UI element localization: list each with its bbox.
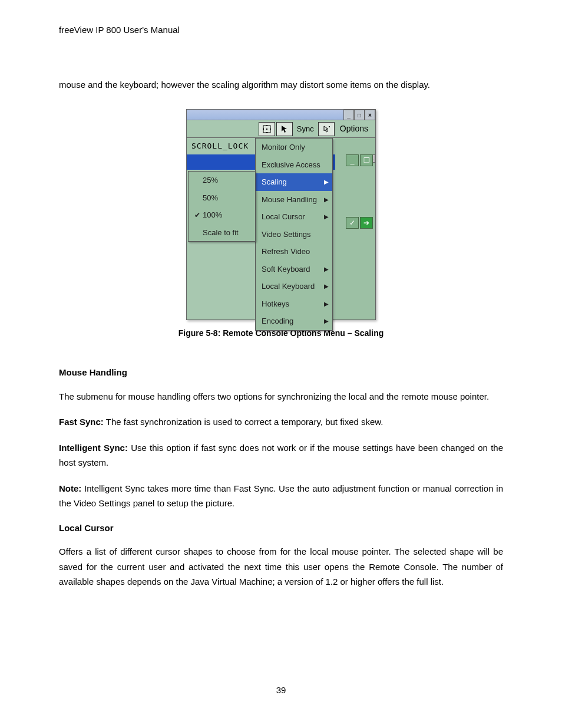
scaling-submenu: 25%50%✔100%Scale to fit [188, 171, 256, 242]
menu-item-label: Soft Keyboard [262, 263, 310, 275]
menu-item[interactable]: Monitor Only [256, 139, 332, 156]
menu-item-label: Local Cursor [262, 211, 305, 223]
options-menu: Monitor OnlyExclusive AccessScaling▶Mous… [255, 138, 333, 331]
menu-item[interactable]: Encoding▶ [256, 312, 332, 330]
page-header: freeView IP 800 User's Manual [59, 24, 503, 37]
page-number: 39 [59, 684, 503, 697]
panel-arrow-icon[interactable]: ➔ [360, 217, 373, 229]
submenu-arrow-icon: ▶ [324, 299, 329, 308]
menu-item[interactable]: Video Settings [256, 226, 332, 243]
menu-item-label: Monitor Only [262, 141, 305, 153]
note-label: Note: [59, 483, 81, 493]
scaling-menu-item[interactable]: ✔100% [189, 206, 255, 224]
options-button[interactable]: Options [335, 123, 373, 135]
menu-item[interactable]: Hotkeys▶ [256, 295, 332, 313]
menu-item[interactable]: Refresh Video [256, 243, 332, 261]
toolbar: Sync Options [187, 120, 375, 138]
panel-check-icon[interactable]: ✓ [346, 217, 359, 229]
scaling-item-label: 25% [203, 174, 218, 186]
minimize-button[interactable]: _ [343, 110, 354, 120]
menu-item[interactable]: Mouse Handling▶ [256, 191, 332, 209]
window-titlebar[interactable]: _ □ × [187, 110, 375, 120]
menu-item-label: Encoding [262, 315, 293, 327]
fast-sync-paragraph: Fast Sync: The fast synchronization is u… [59, 414, 503, 430]
submenu-arrow-icon: ▶ [324, 317, 329, 325]
intelligent-sync-paragraph: Intelligent Sync: Use this option if fas… [59, 440, 503, 470]
menu-item-label: Hotkeys [262, 298, 289, 310]
menu-item[interactable]: Local Keyboard▶ [256, 278, 332, 295]
scaling-menu-item[interactable]: Scale to fit [189, 224, 255, 242]
menu-item-label: Exclusive Access [262, 159, 320, 171]
local-cursor-p1: Offers a list of different cursor shapes… [59, 544, 503, 589]
scaling-menu-item[interactable]: 50% [189, 189, 255, 207]
menu-item-label: Local Keyboard [262, 281, 315, 292]
note-paragraph: Note: Intelligent Sync takes more time t… [59, 481, 503, 511]
submenu-arrow-icon: ▶ [324, 177, 329, 186]
cursor-click-icon[interactable] [318, 122, 335, 136]
scaling-item-label: 100% [203, 209, 222, 221]
mouse-handling-p1: The submenu for mouse handling offers tw… [59, 389, 503, 404]
submenu-arrow-icon: ▶ [324, 195, 329, 204]
close-button[interactable]: × [365, 110, 375, 120]
intelligent-sync-label: Intelligent Sync: [59, 443, 128, 453]
maximize-button[interactable]: □ [354, 110, 365, 120]
screenshot-window: _ □ × Sync Options SCROLL_LOCK ▲ [186, 109, 376, 320]
intro-paragraph: mouse and the keyboard; however the scal… [59, 78, 503, 92]
menu-item[interactable]: Local Cursor▶ [256, 208, 332, 226]
window-body: SCROLL_LOCK ▲ _ ❐ ✓ ➔ Monitor OnlyExclus… [187, 138, 375, 319]
note-text: Intelligent Sync takes more time than Fa… [59, 483, 503, 509]
scaling-item-label: Scale to fit [203, 227, 239, 239]
menu-item-label: Video Settings [262, 229, 311, 241]
submenu-arrow-icon: ▶ [324, 212, 329, 221]
move-icon[interactable] [259, 122, 275, 136]
fast-sync-label: Fast Sync: [59, 417, 104, 427]
menu-item[interactable]: Soft Keyboard▶ [256, 261, 332, 278]
submenu-arrow-icon: ▶ [324, 282, 329, 291]
scaling-item-label: 50% [203, 192, 218, 204]
panel-minimize-icon[interactable]: _ [346, 154, 359, 166]
figure-container: _ □ × Sync Options SCROLL_LOCK ▲ [59, 109, 503, 320]
menu-item-label: Scaling [262, 176, 287, 188]
right-panel: ▲ _ ❐ ✓ ➔ [335, 138, 375, 319]
menu-item-label: Mouse Handling [262, 194, 317, 206]
menu-item-label: Refresh Video [262, 246, 310, 258]
cursor-icon[interactable] [276, 122, 293, 136]
sync-label: Sync [293, 123, 318, 135]
check-icon: ✔ [194, 210, 203, 220]
panel-window-icon[interactable]: ❐ [360, 154, 373, 166]
submenu-arrow-icon: ▶ [324, 265, 329, 274]
fast-sync-text: The fast synchronization is used to corr… [104, 417, 384, 427]
mouse-handling-heading: Mouse Handling [59, 366, 503, 380]
menu-item[interactable]: Scaling▶ [256, 173, 332, 191]
local-cursor-heading: Local Cursor [59, 522, 503, 535]
scaling-menu-item[interactable]: 25% [189, 172, 255, 189]
menu-item[interactable]: Exclusive Access [256, 156, 332, 174]
